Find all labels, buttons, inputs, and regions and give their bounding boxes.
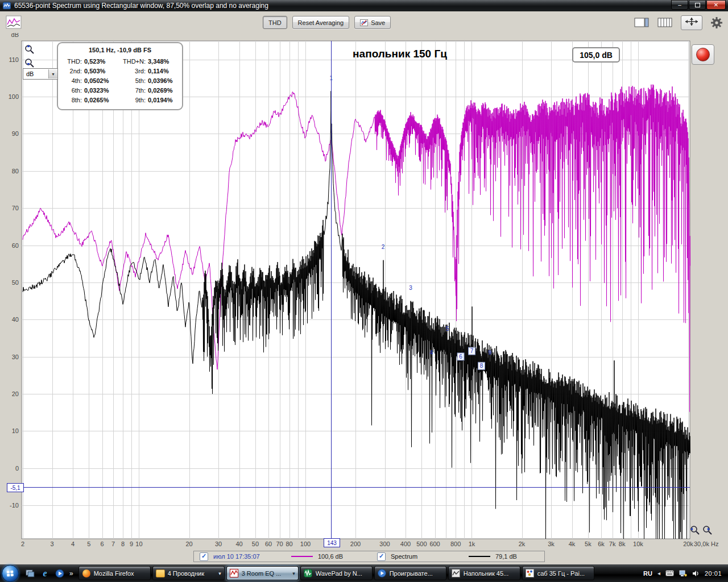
start-button[interactable]	[2, 565, 19, 582]
paint-icon	[526, 569, 535, 578]
svg-text:7k: 7k	[609, 541, 616, 547]
svg-text:40: 40	[12, 316, 19, 323]
tray-collapse-arrow[interactable]: ◂	[657, 570, 660, 576]
svg-text:6: 6	[100, 541, 104, 547]
svg-text:-10: -10	[10, 502, 19, 509]
taskbar-button-room-eq-group[interactable]: 3 Room EQ ... ▾	[226, 566, 299, 580]
window-icon[interactable]	[3, 2, 11, 10]
svg-text:1: 1	[330, 75, 333, 81]
svg-text:8k: 8k	[619, 541, 626, 547]
taskbar: e » Mozilla Firefox 4 Проводник ▾	[0, 564, 728, 582]
svg-text:10: 10	[135, 541, 142, 547]
taskbar-button-measurement[interactable]: Напольник 45...	[448, 566, 520, 580]
svg-text:50: 50	[12, 279, 19, 286]
chart-region: 1101009080706050403020100-10dB2345678910…	[0, 33, 728, 564]
svg-text:4: 4	[71, 541, 75, 547]
h8-label: 8th:	[61, 95, 84, 105]
taskbar-button-player[interactable]: Проигрывате...	[374, 566, 446, 580]
svg-text:6k: 6k	[598, 541, 605, 547]
taskbar-button-explorer-group[interactable]: 4 Проводник ▾	[152, 566, 225, 580]
svg-text:110: 110	[9, 56, 19, 63]
h8-value: 0,0265%	[84, 95, 118, 105]
taskbar-button-wavepad[interactable]: WavePad by N...	[300, 566, 373, 580]
columns-icon[interactable]	[657, 17, 672, 28]
h2-value: 0,503%	[84, 66, 118, 76]
svg-text:dB: dB	[11, 33, 19, 38]
record-button[interactable]	[692, 44, 714, 65]
spl-level-box: 105,0 dB	[572, 47, 620, 63]
close-button[interactable]: ✕	[706, 0, 726, 10]
volume-tray-icon[interactable]	[692, 570, 700, 577]
maximize-icon	[695, 3, 700, 7]
svg-text:2: 2	[382, 244, 385, 250]
legend-bar: ✓ июл 10 17:35:07 100,6 dB ✓ Spectrum 79…	[193, 551, 545, 562]
svg-text:10: 10	[12, 427, 19, 434]
svg-text:0: 0	[15, 465, 19, 472]
chevron-down-icon[interactable]: ▼	[48, 69, 57, 78]
internet-explorer-icon[interactable]: e	[40, 568, 50, 579]
legend-checkbox-spectrum[interactable]: ✓	[377, 552, 386, 561]
svg-text:30,0k Hz: 30,0k Hz	[694, 541, 718, 547]
h6-value: 0,0323%	[84, 86, 118, 95]
svg-text:600: 600	[429, 541, 440, 547]
svg-text:30: 30	[215, 541, 222, 547]
reset-averaging-button[interactable]: Reset Averaging	[292, 16, 350, 29]
windows-logo-icon	[6, 569, 14, 577]
quicklaunch-overflow-chevron[interactable]: »	[69, 569, 73, 577]
system-tray: RU ◂ 20:01	[639, 570, 726, 577]
network-tray-icon[interactable]	[679, 570, 687, 577]
clock[interactable]: 20:01	[705, 570, 722, 577]
legend-checkbox-measurement[interactable]: ✓	[200, 552, 208, 561]
svg-text:8: 8	[480, 363, 483, 369]
spectrum-plot[interactable]: 1101009080706050403020100-10dB2345678910…	[0, 33, 728, 564]
svg-text:3: 3	[50, 541, 53, 547]
zoom-y-in-icon[interactable]	[24, 44, 35, 55]
task-buttons: Mozilla Firefox 4 Проводник ▾ 3 Room EQ …	[78, 566, 594, 580]
media-player-icon[interactable]	[55, 568, 65, 579]
svg-text:10k: 10k	[633, 541, 643, 547]
record-icon	[696, 48, 710, 61]
show-desktop-icon[interactable]	[25, 568, 35, 579]
h2-label: 2nd:	[61, 66, 84, 76]
zoom-x-out-icon[interactable]	[702, 525, 713, 536]
minimize-button[interactable]: –	[671, 0, 688, 10]
y-unit-value: dB	[23, 70, 48, 77]
language-indicator[interactable]: RU	[643, 570, 652, 577]
svg-text:5k: 5k	[585, 541, 592, 547]
svg-text:7: 7	[111, 541, 115, 547]
svg-text:60: 60	[12, 242, 19, 249]
zoom-y-out-icon[interactable]	[24, 57, 35, 69]
toolbar: THD Reset Averaging Save	[0, 11, 728, 33]
thdn-value: 3,348%	[148, 57, 173, 66]
save-label: Save	[371, 19, 385, 26]
svg-text:6: 6	[459, 354, 462, 360]
svg-text:60: 60	[265, 541, 272, 547]
h9-label: 9th:	[118, 95, 148, 105]
svg-text:400: 400	[400, 541, 411, 547]
quick-launch-bar: e »	[22, 568, 77, 579]
group-arrow-icon: ▾	[218, 571, 221, 576]
taskbar-button-paint[interactable]: саб 35 Гц - Pai...	[522, 566, 594, 580]
legend-value-spectrum: 79,1 dB	[495, 553, 525, 560]
y-unit-dropdown[interactable]: dB ▼	[23, 68, 58, 80]
taskbar-button-firefox[interactable]: Mozilla Firefox	[78, 566, 151, 580]
zoom-x-in-icon[interactable]	[689, 525, 701, 536]
h4-label: 4th:	[61, 76, 84, 86]
maximize-button[interactable]	[689, 0, 706, 10]
keyboard-tray-icon[interactable]	[665, 570, 674, 576]
settings-gear-icon[interactable]	[711, 17, 722, 28]
svg-text:70: 70	[276, 541, 283, 547]
svg-text:50: 50	[252, 541, 259, 547]
pan-zoom-button[interactable]	[681, 15, 702, 30]
svg-text:9: 9	[489, 350, 492, 356]
svg-text:500: 500	[416, 541, 427, 547]
thd-button[interactable]: THD	[263, 16, 287, 29]
save-button[interactable]: Save	[354, 16, 391, 29]
spectrum-thumbnail-icon[interactable]	[6, 15, 22, 29]
h3-label: 3rd:	[118, 66, 148, 76]
panel-layout-icon[interactable]	[634, 17, 649, 28]
harmonic-markers: 123456789	[330, 75, 492, 370]
thd-panel-header: 150,1 Hz, -10,9 dB FS	[61, 47, 179, 53]
measurement-title: напольник 150 Гц	[340, 48, 460, 60]
svg-text:2: 2	[21, 541, 24, 547]
